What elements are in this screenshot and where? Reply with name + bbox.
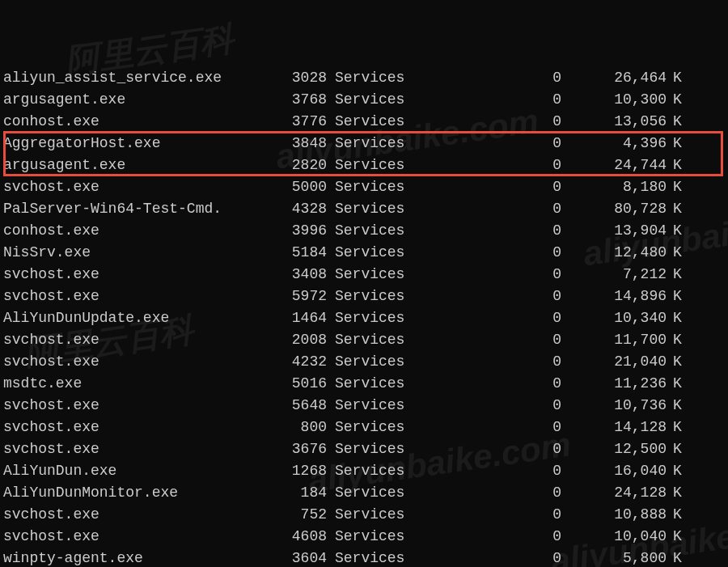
process-memory-unit: K: [667, 373, 691, 395]
process-pid: 3408: [278, 264, 327, 286]
process-row: svchost.exe2008Services011,700K: [3, 329, 725, 351]
process-session: Services: [327, 89, 416, 111]
process-row: svchost.exe3408Services07,212K: [3, 264, 725, 286]
process-memory: 26,464: [561, 67, 667, 89]
process-memory: 10,300: [561, 89, 667, 111]
process-memory: 11,700: [561, 329, 667, 351]
process-row: PalServer-Win64-Test-Cmd.4328Services080…: [3, 198, 725, 220]
process-session: Services: [327, 307, 416, 329]
process-memory-unit: K: [667, 198, 691, 220]
process-session-num: 0: [416, 111, 561, 133]
process-memory: 24,744: [561, 154, 667, 176]
process-memory: 10,736: [561, 395, 667, 417]
process-name: AliYunDunUpdate.exe: [3, 307, 278, 329]
process-session-num: 0: [416, 176, 561, 198]
process-name: AliYunDun.exe: [3, 460, 278, 482]
process-session-num: 0: [416, 373, 561, 395]
process-name: msdtc.exe: [3, 373, 278, 395]
process-session: Services: [327, 264, 416, 286]
process-name: svchost.exe: [3, 504, 278, 526]
process-pid: 4328: [278, 198, 327, 220]
process-memory-unit: K: [667, 111, 691, 133]
process-memory: 5,800: [561, 548, 667, 567]
process-memory-unit: K: [667, 460, 691, 482]
process-session: Services: [327, 482, 416, 504]
process-name: svchost.exe: [3, 264, 278, 286]
process-memory: 16,040: [561, 460, 667, 482]
process-pid: 800: [278, 417, 327, 438]
process-name: NisSrv.exe: [3, 242, 278, 264]
process-row: msdtc.exe5016Services011,236K: [3, 373, 725, 395]
process-session-num: 0: [416, 264, 561, 286]
process-session: Services: [327, 351, 416, 373]
process-row: svchost.exe4232Services021,040K: [3, 351, 725, 373]
process-session: Services: [327, 460, 416, 482]
process-name: svchost.exe: [3, 286, 278, 307]
process-memory: 10,040: [561, 526, 667, 548]
process-pid: 5972: [278, 286, 327, 307]
process-memory-unit: K: [667, 438, 691, 460]
process-session: Services: [327, 417, 416, 438]
process-pid: 1268: [278, 460, 327, 482]
process-session-num: 0: [416, 329, 561, 351]
process-name: AliYunDunMonitor.exe: [3, 482, 278, 504]
process-session-num: 0: [416, 548, 561, 567]
process-session: Services: [327, 111, 416, 133]
process-pid: 5000: [278, 176, 327, 198]
process-row: svchost.exe5972Services014,896K: [3, 286, 725, 307]
process-memory: 14,128: [561, 417, 667, 438]
process-row: svchost.exe5000Services08,180K: [3, 176, 725, 198]
process-pid: 3676: [278, 438, 327, 460]
process-session: Services: [327, 176, 416, 198]
process-row: conhost.exe3996Services013,904K: [3, 220, 725, 242]
process-session-num: 0: [416, 526, 561, 548]
process-row: svchost.exe752Services010,888K: [3, 504, 725, 526]
process-session: Services: [327, 504, 416, 526]
process-session-num: 0: [416, 460, 561, 482]
process-row: conhost.exe3776Services013,056K: [3, 111, 725, 133]
process-name: svchost.exe: [3, 351, 278, 373]
process-memory-unit: K: [667, 242, 691, 264]
process-row: argusagent.exe2820Services024,744K: [3, 154, 725, 176]
process-pid: 3776: [278, 111, 327, 133]
process-name: AggregatorHost.exe: [3, 133, 278, 154]
process-memory-unit: K: [667, 67, 691, 89]
terminal-output: aliyun_assist_service.exe3028Services026…: [3, 2, 725, 567]
process-row: winpty-agent.exe3604Services05,800K: [3, 548, 725, 567]
process-memory: 7,212: [561, 264, 667, 286]
process-row: AliYunDun.exe1268Services016,040K: [3, 460, 725, 482]
process-memory-unit: K: [667, 417, 691, 438]
process-name: conhost.exe: [3, 111, 278, 133]
process-memory-unit: K: [667, 395, 691, 417]
process-memory-unit: K: [667, 264, 691, 286]
process-pid: 184: [278, 482, 327, 504]
process-pid: 4232: [278, 351, 327, 373]
process-memory: 11,236: [561, 373, 667, 395]
process-pid: 5016: [278, 373, 327, 395]
process-memory: 12,480: [561, 242, 667, 264]
process-row: aliyun_assist_service.exe3028Services026…: [3, 67, 725, 89]
process-pid: 5184: [278, 242, 327, 264]
process-name: svchost.exe: [3, 438, 278, 460]
process-row: AliYunDunMonitor.exe184Services024,128K: [3, 482, 725, 504]
process-memory-unit: K: [667, 154, 691, 176]
process-memory: 24,128: [561, 482, 667, 504]
process-session-num: 0: [416, 220, 561, 242]
process-row: argusagent.exe3768Services010,300K: [3, 89, 725, 111]
process-memory: 10,888: [561, 504, 667, 526]
process-name: PalServer-Win64-Test-Cmd.: [3, 198, 278, 220]
process-memory-unit: K: [667, 548, 691, 567]
process-session: Services: [327, 526, 416, 548]
process-session: Services: [327, 329, 416, 351]
process-session: Services: [327, 373, 416, 395]
process-memory-unit: K: [667, 286, 691, 307]
process-memory: 13,056: [561, 111, 667, 133]
process-memory-unit: K: [667, 220, 691, 242]
process-name: svchost.exe: [3, 395, 278, 417]
process-row: NisSrv.exe5184Services012,480K: [3, 242, 725, 264]
process-pid: 752: [278, 504, 327, 526]
process-name: svchost.exe: [3, 329, 278, 351]
process-session-num: 0: [416, 351, 561, 373]
process-memory-unit: K: [667, 176, 691, 198]
process-memory: 12,500: [561, 438, 667, 460]
